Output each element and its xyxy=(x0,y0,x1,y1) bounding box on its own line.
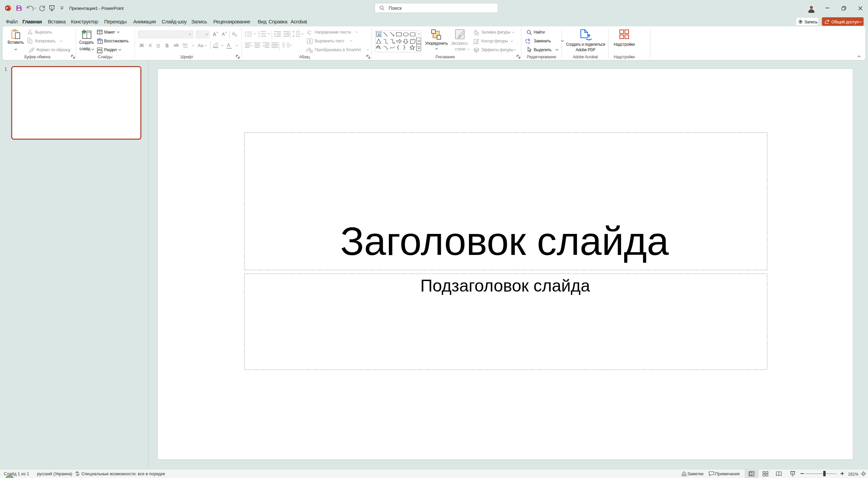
svg-text:A: A xyxy=(232,31,235,36)
svg-text:AV: AV xyxy=(182,42,188,47)
svg-text:A: A xyxy=(309,29,311,33)
svg-text:3: 3 xyxy=(258,35,260,38)
svg-text:A: A xyxy=(378,33,380,37)
svg-text:c: c xyxy=(528,41,530,44)
svg-text:P: P xyxy=(6,6,8,10)
